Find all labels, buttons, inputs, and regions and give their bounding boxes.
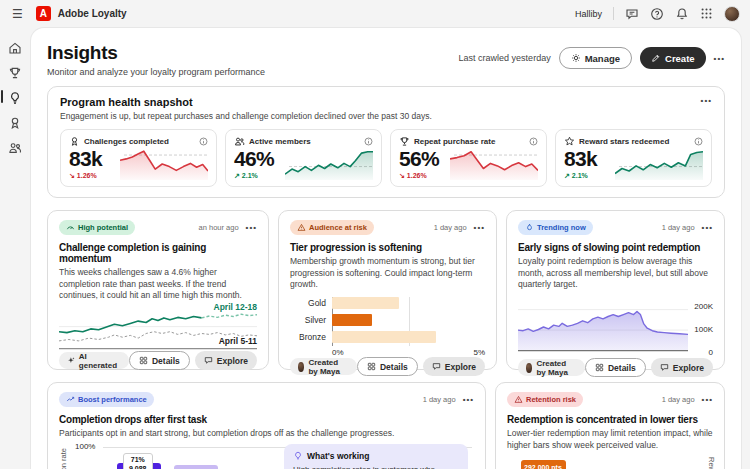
insight-cards-row-1: High potential an hour ago ••• Challenge… (47, 210, 725, 370)
kpi-label: Reward stars redeemed (579, 137, 690, 146)
card-more-icon[interactable]: ••• (246, 223, 257, 232)
trend-up-icon (66, 395, 75, 404)
notifications-bell-icon[interactable] (675, 7, 689, 21)
trophy-icon (399, 136, 410, 147)
series-label-previous: April 5-11 (219, 336, 257, 346)
page-header: Insights Monitor and analyze your loyalt… (47, 42, 725, 77)
card-more-icon[interactable]: ••• (474, 223, 485, 232)
create-button[interactable]: Create (640, 47, 706, 69)
card-title: Tier progression is softening (290, 242, 485, 253)
info-icon[interactable] (364, 137, 373, 146)
manage-button[interactable]: Manage (559, 47, 632, 69)
nav-rewards-medal-icon[interactable] (5, 114, 25, 131)
card-body: This weeks challenges saw a 4.6% higher … (59, 267, 257, 302)
kpi-sparkline-chart (450, 148, 538, 180)
hamburger-menu-icon[interactable]: ☰ (12, 7, 23, 21)
adobe-logo-icon: A (36, 6, 51, 21)
callout-title: What's working (307, 451, 369, 461)
insight-card-tier-progression: Audience at risk 1 day ago ••• Tier prog… (278, 210, 497, 370)
explore-button[interactable]: Explore (651, 358, 713, 377)
y-tick: 200K (694, 302, 713, 311)
grid-icon (367, 362, 376, 371)
grid-icon (139, 356, 148, 365)
nav-challenges-trophy-icon[interactable] (5, 64, 25, 81)
y-axis-label: Reward redeemed (707, 457, 716, 469)
bar-value-label: 71% 9,088 (123, 453, 153, 469)
card-more-icon[interactable]: ••• (702, 223, 713, 232)
info-icon[interactable] (529, 137, 538, 146)
maya-avatar (526, 363, 532, 373)
kpi-value: 83k (564, 148, 597, 169)
user-name[interactable]: Halliby (575, 9, 602, 19)
feedback-icon[interactable] (625, 7, 639, 21)
app-title: Adobe Loyalty (58, 8, 127, 19)
card-title: Early signs of slowing point redemption (518, 242, 713, 253)
maya-avatar (298, 362, 304, 372)
medal-icon (69, 136, 80, 147)
bar-lower-tier: 292,000 pts (521, 460, 566, 469)
chat-bubble-icon (660, 363, 669, 372)
page-more-icon[interactable]: ••• (714, 54, 725, 63)
insight-card-lower-tier-redemption: Retention risk 1 day ago ••• Redemption … (495, 382, 725, 469)
snapshot-more-icon[interactable]: ••• (701, 96, 712, 105)
badge-trending-now: Trending now (518, 220, 593, 235)
explore-button[interactable]: Explore (423, 357, 485, 376)
star-icon (564, 136, 575, 147)
bar-bronze (332, 331, 436, 343)
card-timestamp: 1 day ago (662, 395, 695, 404)
bar-gold (332, 297, 399, 309)
bar-task-2 (174, 465, 218, 469)
badge-retention-risk: Retention risk (507, 392, 583, 407)
card-timestamp: 1 day ago (423, 395, 456, 404)
kpi-change: ↗ 2.1% (564, 172, 597, 180)
card-more-icon[interactable]: ••• (702, 395, 713, 404)
y-tick: 0 (709, 348, 713, 357)
bar-category-label: Silver (290, 315, 326, 325)
bar-silver (332, 314, 372, 326)
chat-bubble-icon (204, 356, 213, 365)
card-body: Participants opt in and start strong, bu… (59, 428, 474, 440)
nav-members-people-icon[interactable] (5, 139, 25, 156)
card-timestamp: 1 day ago (662, 223, 695, 232)
details-button[interactable]: Details (585, 358, 646, 377)
card-body: Loyalty point redemption is below averag… (518, 256, 713, 291)
explore-button[interactable]: Explore (195, 351, 257, 370)
gear-icon (571, 53, 581, 63)
kpi-sparkline-chart (615, 148, 703, 180)
page-subtitle: Monitor and analyze your loyalty program… (47, 67, 265, 77)
program-health-snapshot: Program health snapshot Engagement is up… (47, 86, 725, 198)
details-button[interactable]: Details (129, 351, 190, 370)
momentum-line-chart: April 12-18 April 5-11 (59, 305, 257, 351)
help-icon[interactable] (650, 7, 664, 21)
insight-cards-row-2: Boost performance 1 day ago ••• Completi… (47, 382, 725, 469)
x-tick: 5% (473, 348, 485, 357)
info-icon[interactable] (694, 137, 703, 146)
whats-working-callout: What's working High completion rates in … (284, 444, 468, 469)
card-title: Completion drops after first task (59, 414, 474, 425)
nav-home-icon[interactable] (5, 39, 25, 56)
badge-boost-performance: Boost performance (59, 392, 154, 407)
card-title: Challenge completion is gaining momentum (59, 242, 257, 264)
topbar-divider (613, 7, 614, 20)
sparkle-ai-icon (67, 356, 75, 365)
y-axis-label: Completion rate (59, 448, 68, 469)
redemption-area-chart: 200K 100K 0 (518, 296, 713, 358)
card-body: Lower-tier redemption may limit retentio… (507, 428, 713, 451)
left-nav-rail (0, 27, 30, 469)
bar-category-label: Gold (290, 298, 326, 308)
kpi-card-reward-stars-redeemed: Reward stars redeemed 83k ↗ 2.1% (555, 129, 712, 187)
badge-high-potential: High potential (59, 220, 135, 235)
flame-icon (525, 223, 534, 232)
callout-body: High completion rates in customers who c… (293, 464, 459, 469)
kpi-card-challenges-completed: Challenges completed 83k ↘ 1.26% (60, 129, 217, 187)
apps-grid-icon[interactable] (700, 7, 713, 20)
card-more-icon[interactable]: ••• (463, 395, 474, 404)
kpi-value: 46% (234, 148, 274, 169)
ai-generated-pill: AI generated (59, 352, 129, 369)
nav-insights-lightbulb-icon[interactable] (5, 89, 25, 106)
info-icon[interactable] (199, 137, 208, 146)
user-avatar[interactable] (724, 6, 740, 22)
details-button[interactable]: Details (357, 357, 418, 376)
kpi-sparkline-chart (285, 148, 373, 180)
chat-bubble-icon (432, 362, 441, 371)
